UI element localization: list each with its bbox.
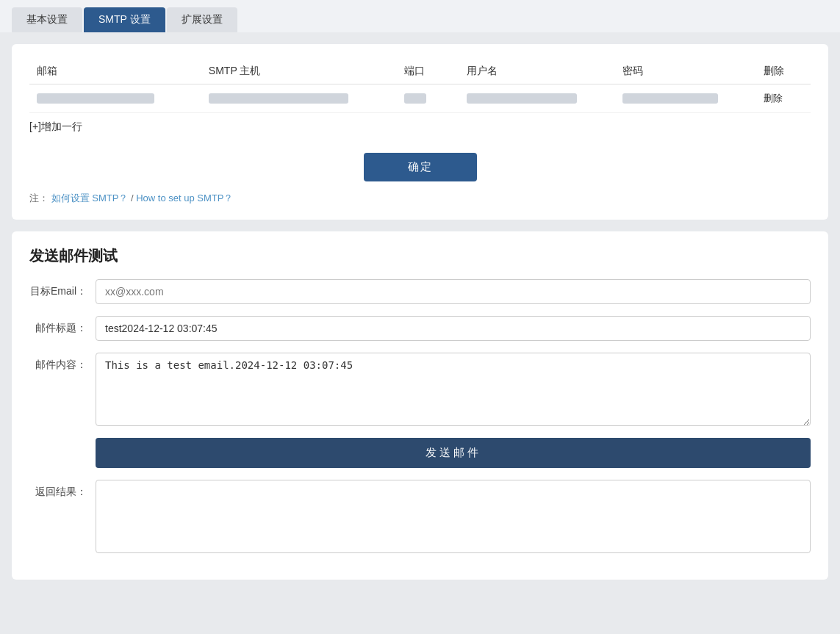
col-header-delete: 删除 (756, 59, 811, 84)
col-header-password: 密码 (615, 59, 755, 84)
tab-smtp[interactable]: SMTP 设置 (84, 7, 165, 32)
cell-delete[interactable]: 删除 (756, 84, 811, 113)
return-result-area (96, 480, 811, 553)
target-email-row: 目标Email： (29, 279, 811, 304)
smtp-table: 邮箱 SMTP 主机 端口 用户名 密码 删除 (29, 59, 811, 113)
content-row: 邮件内容： This is a test email.2024-12-12 03… (29, 353, 811, 426)
how-to-setup-smtp-en-link[interactable]: How to set up SMTP？ (136, 192, 233, 203)
main-content: 邮箱 SMTP 主机 端口 用户名 密码 删除 (0, 32, 840, 591)
cell-password (615, 84, 755, 113)
blurred-email (37, 93, 154, 104)
add-row-link[interactable]: [+]增加一行 (29, 113, 82, 141)
subject-label: 邮件标题： (29, 316, 96, 335)
col-header-username: 用户名 (459, 59, 616, 84)
blurred-port (404, 93, 426, 104)
tab-extend[interactable]: 扩展设置 (167, 7, 237, 32)
subject-input[interactable] (96, 316, 811, 341)
smtp-settings-card: 邮箱 SMTP 主机 端口 用户名 密码 删除 (12, 44, 828, 220)
cell-port (397, 84, 459, 113)
content-textarea[interactable]: This is a test email.2024-12-12 03:07:45 (96, 353, 811, 426)
note-prefix: 注： (29, 192, 49, 203)
target-email-input[interactable] (96, 279, 811, 304)
email-test-title: 发送邮件测试 (29, 246, 811, 266)
send-email-button[interactable]: 发送邮件 (96, 438, 811, 468)
email-test-card: 发送邮件测试 目标Email： 邮件标题： 邮件内容： This is a te… (12, 231, 828, 580)
blurred-smtp (209, 93, 348, 104)
return-result-row: 返回结果： (29, 480, 811, 553)
col-header-email: 邮箱 (29, 59, 201, 84)
cell-username (459, 84, 616, 113)
tab-basic[interactable]: 基本设置 (12, 7, 82, 32)
col-header-port: 端口 (397, 59, 459, 84)
target-email-label: 目标Email： (29, 279, 96, 298)
confirm-btn-wrap: 确定 (29, 153, 811, 181)
cell-smtp-host (201, 84, 397, 113)
col-header-smtp: SMTP 主机 (201, 59, 397, 84)
table-row: 删除 (29, 84, 811, 113)
send-btn-wrap: 发送邮件 (96, 438, 811, 468)
how-to-setup-smtp-link[interactable]: 如何设置 SMTP？ (51, 192, 129, 203)
confirm-button[interactable]: 确定 (364, 153, 477, 181)
note-area: 注： 如何设置 SMTP？ / How to set up SMTP？ (29, 187, 811, 205)
subject-row: 邮件标题： (29, 316, 811, 341)
tab-bar: 基本设置 SMTP 设置 扩展设置 (0, 0, 840, 32)
content-label: 邮件内容： (29, 353, 96, 372)
return-result-label: 返回结果： (29, 480, 96, 499)
blurred-password (622, 93, 718, 104)
blurred-username (467, 93, 577, 104)
cell-email (29, 84, 201, 113)
